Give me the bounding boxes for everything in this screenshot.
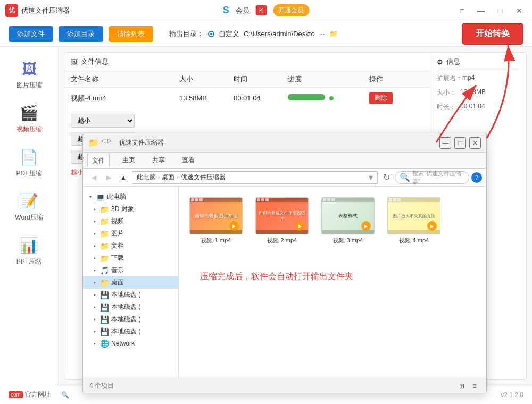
ribbon-tab-home[interactable]: 主页	[118, 154, 139, 167]
tree-label-disk3: 本地磁盘 (	[111, 315, 140, 324]
film-hole	[389, 198, 392, 201]
s-brand-icon: S	[223, 5, 229, 16]
clear-list-button[interactable]: 清除列表	[109, 26, 153, 42]
tree-label-pc: 此电脑	[107, 192, 126, 201]
output-area: 输出目录： 自定义 C:\Users\admin\Deskto ··· 📁	[169, 29, 338, 39]
view-grid-button[interactable]: ⊞	[456, 381, 467, 391]
address-dropdown-icon[interactable]: ▾	[369, 172, 373, 182]
info-duration-label: 时长：	[437, 103, 460, 112]
output-more[interactable]: ···	[319, 30, 325, 38]
expand-icon-desktop: ▸	[92, 280, 98, 286]
tree-item-pic[interactable]: ▸ 📁 图片	[83, 228, 178, 240]
list-item[interactable]: 如何给暑假图片加速 ▶ 视频-1.mp4	[189, 197, 243, 245]
file-progress-cell	[288, 94, 369, 102]
file-explorer: 📁 ◁ ▷ 优速文件压缩器 — □ ✕ 文件 主页 共享 查看 ◀ ▶ ▲ 此电…	[82, 133, 487, 393]
view-list-button[interactable]: ≡	[469, 381, 480, 391]
network-icon: 🌐	[100, 339, 109, 348]
list-item[interactable]: 如何给暑速文件压缩器图片 ▶ 视频-2.mp4	[255, 197, 309, 245]
nav-forward-button[interactable]: ▶	[102, 171, 115, 184]
col-size: 大小	[179, 74, 234, 84]
film-hole	[323, 198, 326, 201]
nav-up-button[interactable]: ▲	[117, 171, 130, 184]
address-part-1: 桌面	[162, 173, 174, 182]
explorer-maximize-button[interactable]: □	[454, 137, 466, 149]
title-bar: 优 优速文件压缩器 S 会员 K 开通会员 ≡ — □ ✕	[0, 0, 532, 21]
video-icon: 🎬	[21, 103, 38, 123]
expand-icon-3d: ▸	[92, 206, 98, 213]
tree-item-disk1[interactable]: ▸ 💾 本地磁盘 (	[83, 289, 178, 301]
col-progress: 进度	[288, 74, 369, 84]
col-time: 时间	[234, 74, 288, 84]
tree-item-doc[interactable]: ▸ 📁 文档	[83, 240, 178, 252]
vip-badge: K	[256, 5, 267, 15]
refresh-button[interactable]: ↻	[380, 171, 393, 184]
start-convert-button[interactable]: 开始转换	[462, 23, 523, 45]
tree-item-3d[interactable]: ▸ 📁 3D 对象	[83, 203, 178, 215]
explorer-title-icons: 📁 ◁ ▷	[88, 138, 112, 148]
explorer-ribbon: 文件 主页 共享 查看	[83, 153, 486, 169]
tree-label-pic: 图片	[111, 229, 124, 238]
address-sep-2: ›	[177, 174, 178, 180]
ribbon-tab-share[interactable]: 共享	[148, 154, 169, 167]
output-radio[interactable]	[208, 31, 214, 37]
tree-label-3d: 3D 对象	[111, 205, 134, 214]
address-part-2: 优速文件压缩器	[181, 173, 226, 182]
tree-item-dl[interactable]: ▸ 📁 下载	[83, 252, 178, 264]
open-vip-button[interactable]: 开通会员	[273, 4, 309, 16]
delete-button[interactable]: 删除	[369, 92, 393, 104]
expand-icon-music: ▸	[92, 267, 98, 274]
tree-item-disk3[interactable]: ▸ 💾 本地磁盘 (	[83, 313, 178, 325]
folder-video-icon: 📁	[100, 217, 109, 226]
explorer-toolbar: ◀ ▶ ▲ 此电脑 › 桌面 › 优速文件压缩器 ▾ ↻ 🔍 搜索"优速文件压缩…	[83, 169, 486, 187]
disk2-icon: 💾	[100, 303, 109, 312]
sidebar-item-video[interactable]: 🎬 视频压缩	[0, 96, 58, 140]
sidebar-item-photo[interactable]: 🖼 图片压缩	[0, 52, 58, 96]
tree-item-video[interactable]: ▸ 📁 视频	[83, 215, 178, 228]
quality-select-1[interactable]: 越小 越大	[71, 114, 135, 128]
film-hole	[257, 198, 260, 201]
tree-item-desktop[interactable]: ▸ 📁 桌面	[83, 276, 178, 289]
ribbon-tab-file[interactable]: 文件	[87, 154, 110, 168]
explorer-minimize-button[interactable]: —	[439, 137, 451, 149]
tree-item-network[interactable]: ▸ 🌐 Network	[83, 338, 178, 349]
progress-dot	[329, 96, 334, 100]
minimize-button[interactable]: —	[473, 3, 488, 18]
info-header: ⚙ 信息	[437, 57, 520, 71]
folder-3d-icon: 📁	[100, 205, 109, 214]
tree-item-disk2[interactable]: ▸ 💾 本地磁盘 (	[83, 301, 178, 313]
ribbon-tab-view[interactable]: 查看	[178, 154, 199, 167]
item-count: 4 个项目	[89, 381, 114, 390]
official-site-link[interactable]: com 官方网址	[9, 390, 51, 399]
add-dir-button[interactable]: 添加目录	[59, 26, 103, 42]
add-file-button[interactable]: 添加文件	[9, 26, 53, 42]
output-folder-icon[interactable]: 📁	[329, 30, 338, 38]
play-icon: ▶	[427, 221, 437, 231]
address-bar[interactable]: 此电脑 › 桌面 › 优速文件压缩器 ▾	[132, 171, 378, 184]
tree-item-pc[interactable]: ▾ 💻 此电脑	[83, 191, 178, 203]
film-hole	[327, 198, 330, 201]
sidebar-item-pdf[interactable]: 📄 PDF压缩	[0, 140, 58, 184]
sidebar-item-word[interactable]: 📝 Word压缩	[0, 184, 58, 229]
play-icon: ▶	[229, 221, 239, 231]
file-grid: 如何给暑假图片加速 ▶ 视频-1.mp4	[179, 187, 451, 255]
pc-icon: 💻	[96, 193, 105, 201]
info-size-value: 13.58MB	[460, 88, 486, 97]
tree-item-disk4[interactable]: ▸ 💾 本地磁盘 (	[83, 325, 178, 338]
expand-icon-video: ▸	[92, 218, 98, 225]
maximize-button[interactable]: □	[493, 3, 508, 18]
help-icon[interactable]: ?	[471, 172, 482, 183]
search-icon[interactable]: 🔍	[61, 391, 69, 399]
list-item[interactable]: 表格样式 ▶ 视频-3.mp4	[321, 197, 375, 245]
explorer-tree: ▾ 💻 此电脑 ▸ 📁 3D 对象 ▸ 📁 视频 ▸ 📁 图片 ▸ 📁	[83, 187, 179, 378]
info-ext-value: mp4	[462, 74, 475, 83]
close-button[interactable]: ✕	[512, 3, 527, 18]
list-item[interactable]: 图片放大不失真的方法 ▶ 视频-4.mp4	[387, 197, 440, 245]
explorer-close-button[interactable]: ✕	[469, 137, 481, 149]
search-icon: 🔍	[400, 172, 410, 182]
tree-item-music[interactable]: ▸ 🎵 音乐	[83, 264, 178, 276]
sidebar-item-ppt[interactable]: 📊 PPT压缩	[0, 229, 58, 273]
search-box[interactable]: 🔍 搜索"优速文件压缩器"	[395, 171, 469, 184]
info-title: 信息	[446, 57, 460, 66]
menu-button[interactable]: ≡	[454, 3, 469, 18]
nav-back-button[interactable]: ◀	[87, 171, 100, 184]
